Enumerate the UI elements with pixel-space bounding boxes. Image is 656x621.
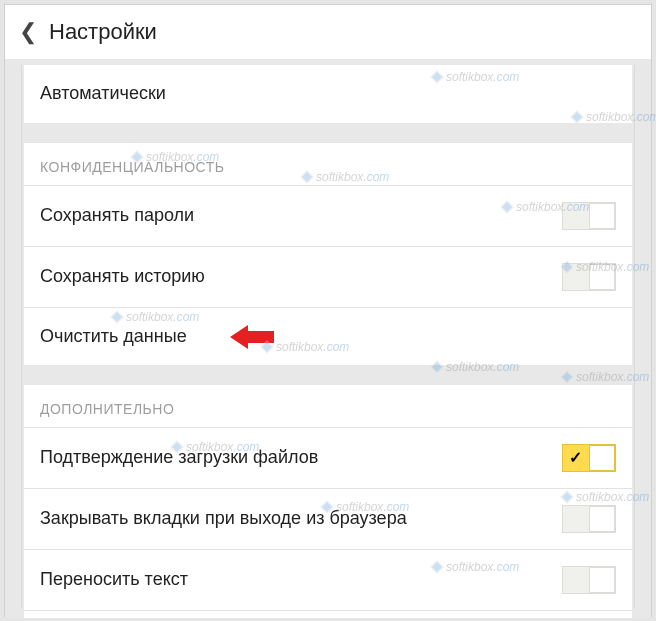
row-save-passwords[interactable]: Сохранять пароли ✓: [24, 185, 632, 246]
page-title: Настройки: [49, 19, 157, 45]
row-confirm-download[interactable]: Подтверждение загрузки файлов ✓: [24, 427, 632, 488]
toggle-knob: [589, 567, 615, 593]
toggle-wrap-text[interactable]: ✓: [562, 566, 616, 594]
content-area: Автоматически КОНФИДЕНЦИАЛЬНОСТЬ Сохраня…: [5, 59, 651, 618]
advanced-group: ДОПОЛНИТЕЛЬНО Подтверждение загрузки фай…: [24, 385, 632, 618]
row-wrap-text[interactable]: Переносить текст ✓: [24, 549, 632, 610]
toggle-knob: [589, 506, 615, 532]
content-inner: Автоматически КОНФИДЕНЦИАЛЬНОСТЬ Сохраня…: [21, 65, 635, 608]
row-save-history[interactable]: Сохранять историю ✓: [24, 246, 632, 307]
row-label: Сохранять пароли: [40, 204, 562, 227]
row-close-tabs[interactable]: Закрывать вкладки при выходе из браузера…: [24, 488, 632, 549]
toggle-knob: [589, 264, 615, 290]
group-header-privacy: КОНФИДЕНЦИАЛЬНОСТЬ: [24, 143, 632, 185]
toggle-save-history[interactable]: ✓: [562, 263, 616, 291]
group-header-advanced: ДОПОЛНИТЕЛЬНО: [24, 385, 632, 427]
row-auto[interactable]: Автоматически: [24, 65, 632, 123]
check-icon: ✓: [569, 448, 582, 467]
row-label: Подтверждение загрузки файлов: [40, 446, 562, 469]
row-protect-connection[interactable]: Защищать соединение при работе в небезоп…: [24, 610, 632, 618]
toggle-close-tabs[interactable]: ✓: [562, 505, 616, 533]
toggle-knob: [589, 203, 615, 229]
toggle-confirm-download[interactable]: ✓: [562, 444, 616, 472]
toggle-knob: [589, 445, 615, 471]
privacy-group: КОНФИДЕНЦИАЛЬНОСТЬ Сохранять пароли ✓ Со…: [24, 143, 632, 365]
row-clear-data[interactable]: Очистить данные: [24, 307, 632, 365]
row-label: Очистить данные: [40, 325, 616, 348]
header: ❮ Настройки: [5, 5, 651, 59]
settings-panel: ❮ Настройки Автоматически КОНФИДЕНЦИАЛЬН…: [4, 4, 652, 617]
row-label: Переносить текст: [40, 568, 562, 591]
row-label: Закрывать вкладки при выходе из браузера: [40, 507, 562, 530]
row-label: Автоматически: [40, 82, 616, 105]
back-icon[interactable]: ❮: [19, 19, 37, 45]
top-group: Автоматически: [24, 65, 632, 123]
toggle-save-passwords[interactable]: ✓: [562, 202, 616, 230]
row-label: Сохранять историю: [40, 265, 562, 288]
